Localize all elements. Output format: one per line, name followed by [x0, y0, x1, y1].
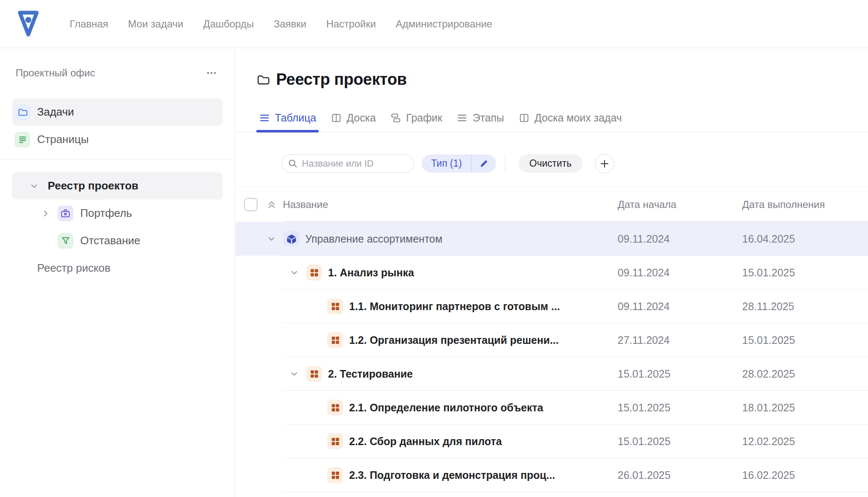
- row-due-date: 16.02.2025: [742, 469, 865, 481]
- row-title: 1.2. Организация презентаций решени...: [349, 334, 559, 346]
- table-row[interactable]: 2.3. Подготовка и демонстрация проц...26…: [236, 458, 868, 492]
- app-logo-icon[interactable]: [16, 9, 40, 39]
- chevron-down-icon[interactable]: [267, 235, 276, 243]
- tab-доска-моих-задач[interactable]: Доска моих задач: [518, 104, 622, 132]
- sidebar-item-label: Задачи: [37, 105, 74, 119]
- stage-grid-icon: [309, 267, 320, 278]
- search-icon: [288, 159, 298, 168]
- row-start-date: 09.11.2024: [618, 233, 736, 245]
- project-cube-icon: [283, 231, 299, 247]
- tab-график[interactable]: График: [390, 104, 442, 132]
- table-icon: [259, 112, 270, 124]
- sidebar-item[interactable]: Страницы: [12, 126, 223, 153]
- filter-toolbar: Тип (1) Очистить: [281, 154, 868, 173]
- column-header-name[interactable]: Название: [283, 199, 328, 211]
- sidebar-item[interactable]: Отставание: [12, 227, 223, 254]
- sidebar-item-label: Реестр проектов: [48, 179, 138, 192]
- tab-label: Доска: [347, 112, 376, 124]
- row-due-date: 28.11.2025: [742, 300, 865, 313]
- chevron-right-icon[interactable]: [41, 209, 51, 218]
- column-header-start-date[interactable]: Дата начала: [618, 199, 736, 211]
- table-row[interactable]: 2.1. Определение пилотного объекта15.01.…: [236, 391, 868, 424]
- tab-этапы[interactable]: Этапы: [456, 104, 504, 132]
- search-input[interactable]: [302, 158, 408, 169]
- sidebar-group-top: ЗадачиСтраницы: [0, 98, 235, 153]
- sidebar-divider: [0, 159, 235, 160]
- stage-grid-icon: [327, 433, 343, 449]
- top-nav-item[interactable]: Администрирование: [396, 18, 492, 30]
- top-nav-item[interactable]: Мои задачи: [128, 18, 183, 30]
- sidebar-item-label: Портфель: [80, 207, 132, 220]
- table-row[interactable]: Управление ассортиментом09.11.202416.04.…: [236, 222, 868, 256]
- table-header: Название Дата начала Дата выполнения: [236, 187, 868, 222]
- top-nav-item[interactable]: Настройки: [326, 18, 376, 30]
- stage-grid-icon: [330, 301, 341, 312]
- table-row[interactable]: 1.1. Мониторинг партнеров с готовым ...0…: [236, 289, 868, 323]
- view-tabs: ТаблицаДоскаГрафикЭтапыДоска моих задач: [236, 104, 868, 132]
- table-body: Управление ассортиментом09.11.202416.04.…: [236, 222, 868, 492]
- stage-grid-icon: [327, 467, 343, 483]
- stage-grid-icon: [330, 470, 341, 481]
- chevron-down-icon[interactable]: [290, 268, 298, 277]
- search-box[interactable]: [281, 154, 414, 173]
- table-row[interactable]: 1.2. Организация презентаций решени...27…: [236, 323, 868, 357]
- table-row[interactable]: 2.2. Сбор данных для пилота15.01.202512.…: [236, 424, 868, 458]
- collapse-all-icon[interactable]: [266, 199, 277, 210]
- row-start-date: 09.11.2024: [618, 300, 736, 313]
- row-due-date: 12.02.2025: [742, 435, 865, 448]
- top-nav-item[interactable]: Дашборды: [203, 18, 254, 30]
- chevron-down-icon[interactable]: [290, 370, 298, 378]
- clear-filters-button[interactable]: Очистить: [518, 154, 583, 173]
- stage-grid-icon: [330, 335, 341, 346]
- row-title: 1.1. Мониторинг партнеров с готовым ...: [349, 300, 560, 313]
- main-content: Реестр проектов ТаблицаДоскаГрафикЭтапыД…: [236, 49, 868, 497]
- stage-grid-icon: [330, 436, 341, 447]
- more-options-icon[interactable]: [205, 67, 218, 79]
- plus-icon: [599, 158, 610, 169]
- select-all-checkbox[interactable]: [244, 198, 258, 211]
- row-due-date: 28.02.2025: [742, 368, 865, 380]
- tab-label: Этапы: [472, 112, 504, 124]
- board-icon: [518, 112, 530, 124]
- folder-outline-icon: [256, 73, 269, 86]
- top-nav-item[interactable]: Заявки: [274, 18, 307, 30]
- row-start-date: 27.11.2024: [618, 334, 736, 346]
- sidebar-section-title: Проектный офис: [16, 67, 95, 79]
- sidebar-item[interactable]: Реестр рисков: [12, 254, 223, 282]
- top-nav-item[interactable]: Главная: [70, 18, 108, 30]
- row-title: 2. Тестирование: [328, 368, 413, 380]
- row-due-date: 16.04.2025: [742, 233, 865, 245]
- tab-label: График: [406, 112, 442, 124]
- edit-filter-icon[interactable]: [472, 154, 496, 173]
- row-title: Управление ассортиментом: [305, 233, 442, 245]
- column-header-due-date[interactable]: Дата выполнения: [742, 199, 865, 211]
- stage-grid-icon: [309, 369, 320, 379]
- sidebar-item-label: Отставание: [80, 234, 140, 247]
- board-icon: [331, 112, 342, 124]
- sidebar-item[interactable]: Задачи: [12, 98, 223, 126]
- toolbar-divider: [505, 154, 505, 173]
- sidebar-item[interactable]: Портфель: [12, 200, 223, 227]
- top-bar: ГлавнаяМои задачиДашбордыЗаявкиНастройки…: [0, 0, 868, 48]
- tab-доска[interactable]: Доска: [331, 104, 376, 132]
- chevron-down-icon[interactable]: [29, 182, 39, 190]
- row-start-date: 09.11.2024: [618, 267, 736, 279]
- page-title: Реестр проектов: [276, 70, 407, 89]
- briefcase-icon: [60, 208, 71, 219]
- table-row[interactable]: 1. Анализ рынка09.11.202415.01.2025: [236, 256, 868, 289]
- table-row[interactable]: 2. Тестирование15.01.202528.02.2025: [236, 357, 868, 391]
- stage-grid-icon: [306, 366, 322, 382]
- funnel-icon: [60, 235, 71, 246]
- sidebar-item[interactable]: Реестр проектов: [12, 172, 223, 200]
- sidebar-group-registries: Реестр проектовПортфельОтставаниеРеестр …: [0, 172, 235, 282]
- stage-grid-icon: [306, 265, 322, 281]
- stage-grid-icon: [327, 298, 343, 314]
- row-start-date: 15.01.2025: [618, 402, 736, 414]
- row-title: 2.1. Определение пилотного объекта: [349, 402, 543, 414]
- add-filter-button[interactable]: [595, 154, 614, 173]
- row-title: 2.3. Подготовка и демонстрация проц...: [349, 469, 555, 481]
- tab-таблица[interactable]: Таблица: [259, 104, 316, 132]
- filter-chip-type[interactable]: Тип (1): [422, 154, 496, 173]
- row-start-date: 15.01.2025: [618, 368, 736, 380]
- projects-table: Название Дата начала Дата выполнения Упр…: [236, 186, 868, 492]
